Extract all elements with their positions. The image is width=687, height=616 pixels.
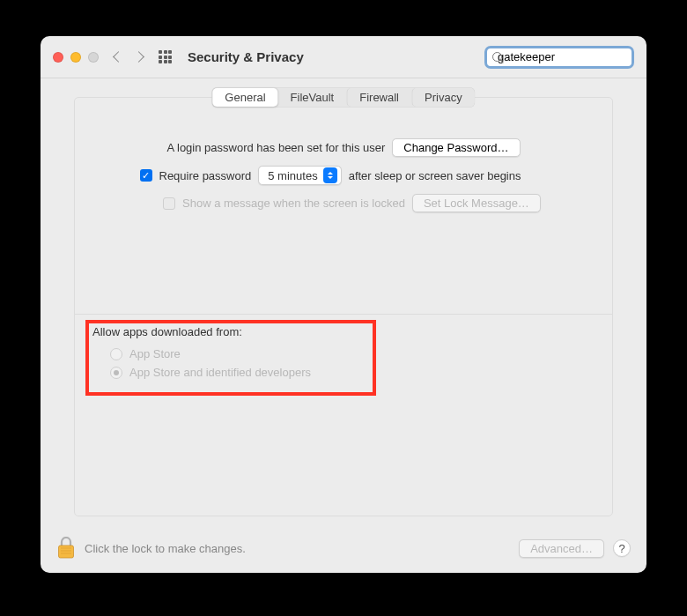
set-lock-message-button: Set Lock Message… xyxy=(412,194,541,212)
radio-app-store xyxy=(110,348,122,360)
tab-privacy[interactable]: Privacy xyxy=(411,88,475,107)
titlebar: Security & Privacy ✕ xyxy=(41,36,646,78)
footer: Click the lock to make changes. Advanced… xyxy=(41,523,646,573)
advanced-button[interactable]: Advanced… xyxy=(519,539,604,558)
require-password-label: Require password xyxy=(159,169,252,182)
stepper-icon xyxy=(323,167,337,183)
preferences-window: Security & Privacy ✕ General FileVault F… xyxy=(41,36,646,573)
password-delay-select[interactable]: 5 minutes xyxy=(258,166,341,185)
tab-firewall[interactable]: Firewall xyxy=(346,88,411,107)
content-panel: General FileVault Firewall Privacy A log… xyxy=(74,97,613,516)
svg-rect-0 xyxy=(59,545,74,558)
show-message-checkbox xyxy=(163,197,175,210)
close-window-button[interactable] xyxy=(53,52,63,63)
forward-button[interactable] xyxy=(135,53,143,61)
radio-app-store-identified-label: App Store and identified developers xyxy=(129,366,311,379)
radio-app-store-identified xyxy=(110,367,122,379)
gatekeeper-heading: Allow apps downloaded from: xyxy=(92,325,311,338)
show-message-label: Show a message when the screen is locked xyxy=(182,197,405,210)
login-section: A login password has been set for this u… xyxy=(75,138,612,221)
password-set-text: A login password has been set for this u… xyxy=(166,141,385,154)
zoom-window-button xyxy=(88,52,99,63)
tab-bar: General FileVault Firewall Privacy xyxy=(211,87,475,108)
nav-buttons xyxy=(114,53,143,61)
chevron-right-icon xyxy=(133,51,144,63)
back-button[interactable] xyxy=(114,53,122,61)
radio-app-store-label: App Store xyxy=(129,347,181,360)
search-field[interactable]: ✕ xyxy=(484,46,634,69)
traffic-lights xyxy=(53,52,99,63)
after-sleep-text: after sleep or screen saver begins xyxy=(349,169,521,182)
require-password-checkbox[interactable]: ✓ xyxy=(140,169,152,182)
search-input[interactable] xyxy=(498,50,646,63)
tab-filevault[interactable]: FileVault xyxy=(278,88,347,107)
password-delay-value: 5 minutes xyxy=(268,169,317,182)
section-divider xyxy=(75,314,612,315)
help-button[interactable]: ? xyxy=(613,539,631,557)
lock-hint-text: Click the lock to make changes. xyxy=(85,542,246,555)
show-all-button[interactable] xyxy=(159,50,172,63)
change-password-button[interactable]: Change Password… xyxy=(392,138,520,157)
tab-general[interactable]: General xyxy=(212,88,277,107)
chevron-left-icon xyxy=(113,51,124,63)
gatekeeper-section: Allow apps downloaded from: App Store Ap… xyxy=(92,325,311,388)
window-title: Security & Privacy xyxy=(188,49,304,64)
lock-icon[interactable] xyxy=(56,537,76,560)
minimize-window-button[interactable] xyxy=(70,52,81,63)
